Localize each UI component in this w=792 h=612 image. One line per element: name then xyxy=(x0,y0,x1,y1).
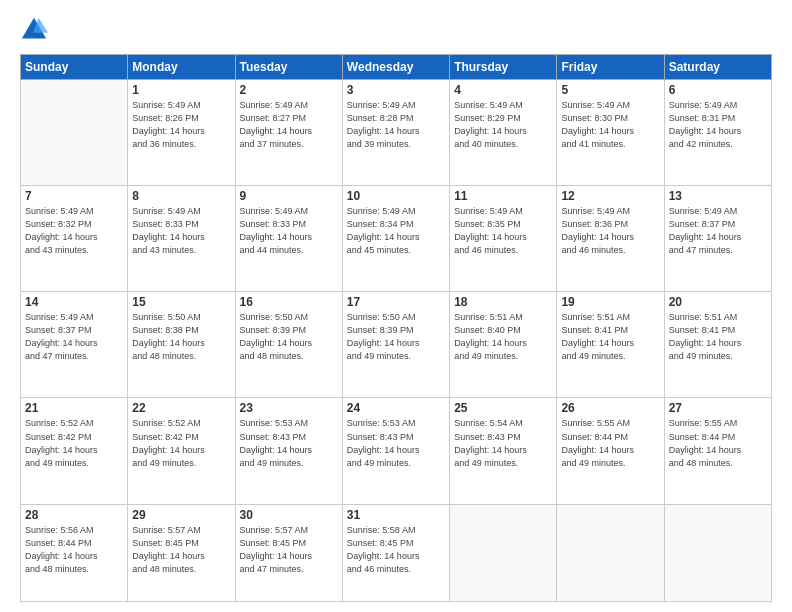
weekday-header-friday: Friday xyxy=(557,55,664,80)
calendar-cell: 6Sunrise: 5:49 AM Sunset: 8:31 PM Daylig… xyxy=(664,80,771,186)
calendar-cell xyxy=(664,504,771,601)
week-row-2: 7Sunrise: 5:49 AM Sunset: 8:32 PM Daylig… xyxy=(21,186,772,292)
day-info: Sunrise: 5:49 AM Sunset: 8:37 PM Dayligh… xyxy=(669,205,767,257)
day-info: Sunrise: 5:56 AM Sunset: 8:44 PM Dayligh… xyxy=(25,524,123,576)
day-info: Sunrise: 5:52 AM Sunset: 8:42 PM Dayligh… xyxy=(132,417,230,469)
day-info: Sunrise: 5:55 AM Sunset: 8:44 PM Dayligh… xyxy=(561,417,659,469)
day-info: Sunrise: 5:58 AM Sunset: 8:45 PM Dayligh… xyxy=(347,524,445,576)
calendar-cell: 4Sunrise: 5:49 AM Sunset: 8:29 PM Daylig… xyxy=(450,80,557,186)
calendar-cell: 12Sunrise: 5:49 AM Sunset: 8:36 PM Dayli… xyxy=(557,186,664,292)
day-number: 16 xyxy=(240,295,338,309)
day-number: 2 xyxy=(240,83,338,97)
header xyxy=(20,16,772,44)
day-number: 13 xyxy=(669,189,767,203)
day-number: 6 xyxy=(669,83,767,97)
day-info: Sunrise: 5:49 AM Sunset: 8:29 PM Dayligh… xyxy=(454,99,552,151)
day-info: Sunrise: 5:49 AM Sunset: 8:33 PM Dayligh… xyxy=(240,205,338,257)
day-number: 21 xyxy=(25,401,123,415)
day-info: Sunrise: 5:54 AM Sunset: 8:43 PM Dayligh… xyxy=(454,417,552,469)
calendar-cell: 26Sunrise: 5:55 AM Sunset: 8:44 PM Dayli… xyxy=(557,398,664,504)
calendar-table: SundayMondayTuesdayWednesdayThursdayFrid… xyxy=(20,54,772,602)
day-number: 4 xyxy=(454,83,552,97)
calendar-cell xyxy=(21,80,128,186)
week-row-1: 1Sunrise: 5:49 AM Sunset: 8:26 PM Daylig… xyxy=(21,80,772,186)
calendar-cell: 23Sunrise: 5:53 AM Sunset: 8:43 PM Dayli… xyxy=(235,398,342,504)
day-info: Sunrise: 5:49 AM Sunset: 8:36 PM Dayligh… xyxy=(561,205,659,257)
logo-icon xyxy=(20,16,48,44)
calendar-cell: 5Sunrise: 5:49 AM Sunset: 8:30 PM Daylig… xyxy=(557,80,664,186)
day-info: Sunrise: 5:52 AM Sunset: 8:42 PM Dayligh… xyxy=(25,417,123,469)
calendar-cell: 25Sunrise: 5:54 AM Sunset: 8:43 PM Dayli… xyxy=(450,398,557,504)
day-number: 11 xyxy=(454,189,552,203)
weekday-header-monday: Monday xyxy=(128,55,235,80)
page: SundayMondayTuesdayWednesdayThursdayFrid… xyxy=(0,0,792,612)
calendar-cell: 22Sunrise: 5:52 AM Sunset: 8:42 PM Dayli… xyxy=(128,398,235,504)
day-number: 23 xyxy=(240,401,338,415)
calendar-cell: 1Sunrise: 5:49 AM Sunset: 8:26 PM Daylig… xyxy=(128,80,235,186)
day-info: Sunrise: 5:53 AM Sunset: 8:43 PM Dayligh… xyxy=(240,417,338,469)
weekday-header-wednesday: Wednesday xyxy=(342,55,449,80)
day-number: 22 xyxy=(132,401,230,415)
day-info: Sunrise: 5:57 AM Sunset: 8:45 PM Dayligh… xyxy=(132,524,230,576)
day-number: 26 xyxy=(561,401,659,415)
calendar-cell: 20Sunrise: 5:51 AM Sunset: 8:41 PM Dayli… xyxy=(664,292,771,398)
calendar-cell: 8Sunrise: 5:49 AM Sunset: 8:33 PM Daylig… xyxy=(128,186,235,292)
day-info: Sunrise: 5:50 AM Sunset: 8:39 PM Dayligh… xyxy=(240,311,338,363)
calendar-cell: 19Sunrise: 5:51 AM Sunset: 8:41 PM Dayli… xyxy=(557,292,664,398)
day-number: 10 xyxy=(347,189,445,203)
weekday-header-saturday: Saturday xyxy=(664,55,771,80)
weekday-header-thursday: Thursday xyxy=(450,55,557,80)
calendar-cell: 31Sunrise: 5:58 AM Sunset: 8:45 PM Dayli… xyxy=(342,504,449,601)
day-info: Sunrise: 5:53 AM Sunset: 8:43 PM Dayligh… xyxy=(347,417,445,469)
day-number: 18 xyxy=(454,295,552,309)
calendar-cell: 21Sunrise: 5:52 AM Sunset: 8:42 PM Dayli… xyxy=(21,398,128,504)
day-number: 27 xyxy=(669,401,767,415)
day-info: Sunrise: 5:49 AM Sunset: 8:32 PM Dayligh… xyxy=(25,205,123,257)
week-row-4: 21Sunrise: 5:52 AM Sunset: 8:42 PM Dayli… xyxy=(21,398,772,504)
calendar-cell: 9Sunrise: 5:49 AM Sunset: 8:33 PM Daylig… xyxy=(235,186,342,292)
calendar-cell: 11Sunrise: 5:49 AM Sunset: 8:35 PM Dayli… xyxy=(450,186,557,292)
day-number: 12 xyxy=(561,189,659,203)
day-info: Sunrise: 5:51 AM Sunset: 8:41 PM Dayligh… xyxy=(669,311,767,363)
day-info: Sunrise: 5:49 AM Sunset: 8:34 PM Dayligh… xyxy=(347,205,445,257)
day-info: Sunrise: 5:49 AM Sunset: 8:31 PM Dayligh… xyxy=(669,99,767,151)
day-info: Sunrise: 5:50 AM Sunset: 8:39 PM Dayligh… xyxy=(347,311,445,363)
weekday-header-sunday: Sunday xyxy=(21,55,128,80)
day-number: 9 xyxy=(240,189,338,203)
calendar-cell: 28Sunrise: 5:56 AM Sunset: 8:44 PM Dayli… xyxy=(21,504,128,601)
day-number: 19 xyxy=(561,295,659,309)
day-number: 25 xyxy=(454,401,552,415)
week-row-3: 14Sunrise: 5:49 AM Sunset: 8:37 PM Dayli… xyxy=(21,292,772,398)
day-number: 1 xyxy=(132,83,230,97)
day-info: Sunrise: 5:55 AM Sunset: 8:44 PM Dayligh… xyxy=(669,417,767,469)
calendar-cell: 14Sunrise: 5:49 AM Sunset: 8:37 PM Dayli… xyxy=(21,292,128,398)
day-number: 24 xyxy=(347,401,445,415)
day-number: 28 xyxy=(25,508,123,522)
day-number: 7 xyxy=(25,189,123,203)
day-number: 5 xyxy=(561,83,659,97)
day-info: Sunrise: 5:49 AM Sunset: 8:26 PM Dayligh… xyxy=(132,99,230,151)
calendar-cell xyxy=(557,504,664,601)
weekday-header-row: SundayMondayTuesdayWednesdayThursdayFrid… xyxy=(21,55,772,80)
day-info: Sunrise: 5:50 AM Sunset: 8:38 PM Dayligh… xyxy=(132,311,230,363)
day-info: Sunrise: 5:49 AM Sunset: 8:30 PM Dayligh… xyxy=(561,99,659,151)
calendar-cell: 27Sunrise: 5:55 AM Sunset: 8:44 PM Dayli… xyxy=(664,398,771,504)
day-number: 15 xyxy=(132,295,230,309)
day-number: 29 xyxy=(132,508,230,522)
calendar-cell: 10Sunrise: 5:49 AM Sunset: 8:34 PM Dayli… xyxy=(342,186,449,292)
calendar-cell: 3Sunrise: 5:49 AM Sunset: 8:28 PM Daylig… xyxy=(342,80,449,186)
week-row-5: 28Sunrise: 5:56 AM Sunset: 8:44 PM Dayli… xyxy=(21,504,772,601)
day-info: Sunrise: 5:49 AM Sunset: 8:27 PM Dayligh… xyxy=(240,99,338,151)
day-info: Sunrise: 5:49 AM Sunset: 8:37 PM Dayligh… xyxy=(25,311,123,363)
day-number: 8 xyxy=(132,189,230,203)
day-info: Sunrise: 5:51 AM Sunset: 8:41 PM Dayligh… xyxy=(561,311,659,363)
day-info: Sunrise: 5:57 AM Sunset: 8:45 PM Dayligh… xyxy=(240,524,338,576)
calendar-cell xyxy=(450,504,557,601)
calendar-cell: 29Sunrise: 5:57 AM Sunset: 8:45 PM Dayli… xyxy=(128,504,235,601)
day-info: Sunrise: 5:49 AM Sunset: 8:33 PM Dayligh… xyxy=(132,205,230,257)
calendar-cell: 7Sunrise: 5:49 AM Sunset: 8:32 PM Daylig… xyxy=(21,186,128,292)
day-info: Sunrise: 5:49 AM Sunset: 8:28 PM Dayligh… xyxy=(347,99,445,151)
calendar-cell: 13Sunrise: 5:49 AM Sunset: 8:37 PM Dayli… xyxy=(664,186,771,292)
day-info: Sunrise: 5:51 AM Sunset: 8:40 PM Dayligh… xyxy=(454,311,552,363)
day-number: 20 xyxy=(669,295,767,309)
